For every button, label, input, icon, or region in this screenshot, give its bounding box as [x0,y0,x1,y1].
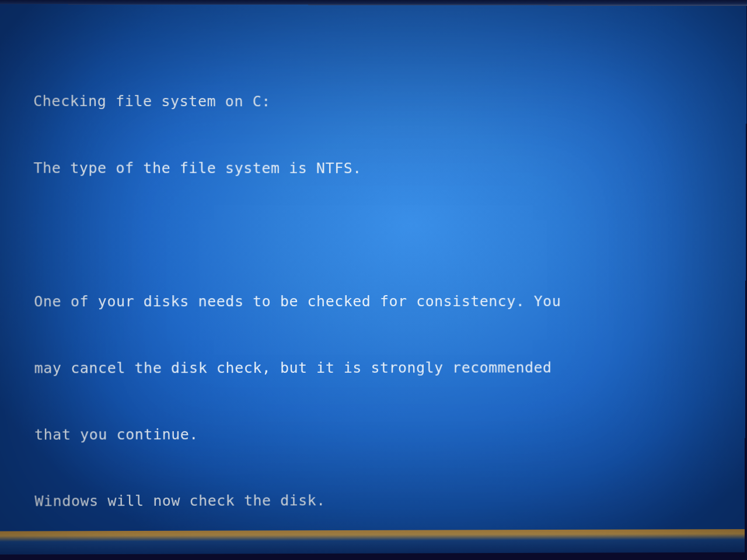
blank-line [34,224,711,246]
blank-line [35,555,710,560]
chkdsk-line: that you continue. [34,423,710,446]
photo-vignette [0,4,746,554]
progress-divider-bar [0,529,745,555]
chkdsk-line: Checking file system on C: [33,90,711,114]
chkdsk-line: Windows will now check the disk. [34,489,710,513]
chkdsk-line: One of your disks needs to be checked fo… [34,290,711,313]
chkdsk-line: may cancel the disk check, but it is str… [34,356,711,379]
chkdsk-line: The type of the file system is NTFS. [33,157,711,180]
chkdsk-screen: Checking file system on C: The type of t… [0,4,746,554]
